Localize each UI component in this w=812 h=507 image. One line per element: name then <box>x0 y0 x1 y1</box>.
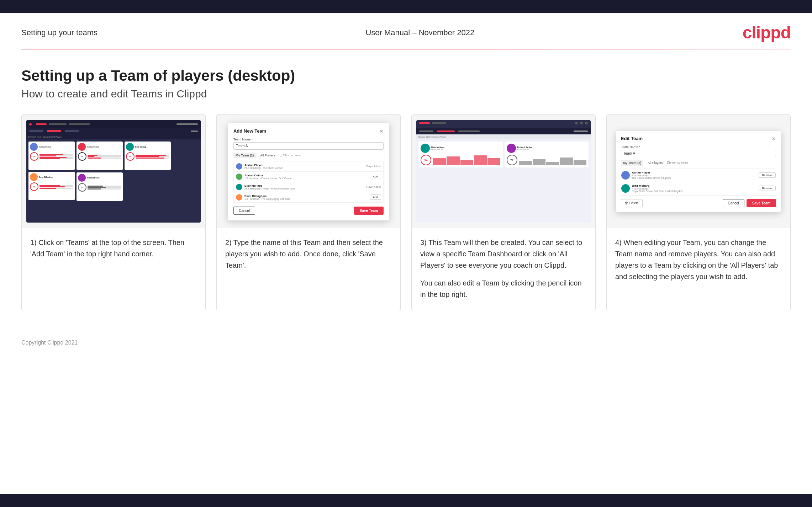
tab-my-team[interactable]: My Team (2) <box>233 153 256 158</box>
dash-content: Adrian Coliba 84 <box>26 139 201 203</box>
card-4-description: 4) When editing your Team, you can chang… <box>615 237 782 282</box>
mini-bars-2 <box>88 155 121 159</box>
edit-player-name-1: Blair McHarg <box>632 184 757 187</box>
bar-5 <box>487 158 500 165</box>
filter-by-name: Filter by name <box>280 154 301 157</box>
page-title-main: Setting up a Team of players (desktop) <box>21 67 791 84</box>
page-title-sub: How to create and edit Teams in Clippd <box>21 88 791 100</box>
card-4-text: 4) When editing your Team, you can chang… <box>607 228 790 311</box>
bar-4 <box>474 155 487 165</box>
modal-footer: Cancel Save Team <box>233 207 384 215</box>
bar-3 <box>460 160 473 165</box>
plc-avatar-2 <box>507 144 516 153</box>
edit-filter-by-name: Filter by name <box>667 161 689 164</box>
player-info-3: Dave Billingham 1.5 Handicap · The Gog M… <box>244 194 368 200</box>
player-large-2: Richard Butler Plus Handicap 72 <box>505 142 589 167</box>
player-name-3: Dave Billingham <box>244 194 368 198</box>
edit-team-name-label: Team Name * <box>621 145 776 149</box>
card-1-description: 1) Click on 'Teams' at the top of the sc… <box>30 237 197 260</box>
team-name-input[interactable] <box>233 142 384 150</box>
player-detail-1: 1.5 Handicap · Central London Golf Centr… <box>244 177 368 180</box>
dash-nav <box>26 128 201 134</box>
card-3-description-1: 3) This Team will then be created. You c… <box>420 237 587 271</box>
page-title-section: Setting up a Team of players (desktop) H… <box>0 49 812 114</box>
plc-detail-1: Plus Handicap <box>431 148 444 150</box>
add-team-modal: Add New Team ✕ Team Name * My Team (2) A… <box>228 123 389 220</box>
modal-tabs: My Team (2) All Players Filter by name <box>233 153 384 158</box>
edit-player-avatar-1 <box>621 184 630 193</box>
edit-player-info-1: Blair McHarg Plus Handicap Royal North D… <box>632 184 757 192</box>
mini-bars-5 <box>88 186 121 190</box>
remove-player-btn-0[interactable]: Remove <box>759 172 776 178</box>
mini-bars-3 <box>136 155 169 159</box>
player-detail-3: 1.5 Handicap · The Gog Magog Golf Club <box>244 198 368 200</box>
player-mini-3: Blair McHarg 94 <box>125 142 171 170</box>
plc-avatar-1 <box>421 144 430 153</box>
player-list: Adrian Player Plus Handicap · The Shore … <box>233 161 384 203</box>
mini-name-2: Adrian Coliba <box>87 146 99 148</box>
card-2: Add New Team ✕ Team Name * My Team (2) A… <box>216 114 401 311</box>
card-3-screenshot: Showing 2 players from All Players Blair… <box>412 114 595 228</box>
add-player-btn-1[interactable]: Add <box>370 174 381 179</box>
mini-score-4: 78 <box>30 182 38 191</box>
modal-close-icon[interactable]: ✕ <box>379 128 384 134</box>
bar2-5 <box>574 160 586 165</box>
card-4-screenshot: Edit Team ✕ Team Name * My Team (2) All … <box>607 114 790 228</box>
mini-avatar-5 <box>78 174 86 182</box>
player-mini-5: Richard Butler 72 <box>77 172 123 201</box>
edit-tab-all-players[interactable]: All Players <box>645 160 665 166</box>
plc-chart-2 <box>519 155 587 165</box>
filter-checkbox[interactable] <box>280 154 282 156</box>
card-4: Edit Team ✕ Team Name * My Team (2) All … <box>606 114 791 311</box>
card-1: Showing 4 out of 4 players from All Play… <box>21 114 206 311</box>
edit-cancel-button[interactable]: Cancel <box>723 199 744 207</box>
tab-all-players[interactable]: All Players <box>258 153 278 158</box>
cancel-button[interactable]: Cancel <box>233 207 255 215</box>
edit-filter-checkbox[interactable] <box>667 161 670 164</box>
edit-player-location-0: The Shire London, United Kingdom <box>632 177 757 179</box>
filter-label: Filter by name <box>283 154 301 157</box>
save-team-button[interactable]: Save Team <box>354 207 384 215</box>
card-2-text: 2) Type the name of this Team and then s… <box>217 228 400 311</box>
team-dashboard-mockup: Showing 2 players from All Players Blair… <box>416 120 591 223</box>
player-info-0: Adrian Player Plus Handicap · The Shore … <box>244 164 364 169</box>
player-row-0: Adrian Player Plus Handicap · The Shore … <box>234 161 383 172</box>
edit-player-list: Adrian Player Plus Handicap The Shire Lo… <box>621 169 776 196</box>
edit-modal-close-icon[interactable]: ✕ <box>772 136 776 142</box>
edit-modal-footer: 🗑 Delete Cancel Save Team <box>621 199 776 207</box>
bar-2 <box>447 156 459 165</box>
player-detail-2: Plus Handicap · Royal North Devon Golf C… <box>244 187 364 190</box>
delete-icon: 🗑 <box>625 201 628 205</box>
mini-score-1: 84 <box>30 152 38 161</box>
edit-player-row-0: Adrian Player Plus Handicap The Shire Lo… <box>621 169 776 182</box>
player-mini-4: Dave Billingham 78 <box>28 172 75 200</box>
bar2-1 <box>519 161 532 165</box>
mini-name-1: Adrian Coliba <box>39 146 51 148</box>
mini-avatar-3 <box>126 143 134 151</box>
player-name-1: Adrian Coliba <box>244 174 368 177</box>
nav-item-players <box>65 130 79 132</box>
player-row-1: Adrian Coliba 1.5 Handicap · Central Lon… <box>234 172 383 182</box>
plc-chart-1 <box>433 155 501 165</box>
card-1-screenshot: Showing 4 out of 4 players from All Play… <box>22 114 205 228</box>
player-status-2: Player Added <box>366 186 381 188</box>
delete-label: Delete <box>629 201 639 205</box>
team-name-label: Team Name * <box>233 138 384 141</box>
edit-player-location-1: Royal North Devon Golf Club, United King… <box>632 190 757 192</box>
edit-player-detail-1: Plus Handicap <box>632 187 757 190</box>
edit-tab-my-team[interactable]: My Team (2) <box>621 160 643 166</box>
mini-name-4: Dave Billingham <box>39 176 53 178</box>
card-2-description: 2) Type the name of this Team and then s… <box>225 237 392 271</box>
add-player-btn-3[interactable]: Add <box>370 194 381 200</box>
edit-save-team-button[interactable]: Save Team <box>747 199 776 207</box>
card-3-description-2: You can also edit a Team by clicking the… <box>420 277 587 300</box>
team-dash-content: Blair McHarg Plus Handicap 94 <box>416 139 591 170</box>
mini-avatar-4 <box>30 173 38 181</box>
edit-filter-label: Filter by name <box>670 161 689 164</box>
edit-team-name-input[interactable] <box>621 150 776 157</box>
player-info-2: Blair McHarg Plus Handicap · Royal North… <box>244 184 364 190</box>
remove-player-btn-1[interactable]: Remove <box>759 186 776 191</box>
card-3-text: 3) This Team will then be created. You c… <box>412 228 595 311</box>
mini-avatar-2 <box>78 143 86 151</box>
delete-button[interactable]: 🗑 Delete <box>621 199 643 207</box>
